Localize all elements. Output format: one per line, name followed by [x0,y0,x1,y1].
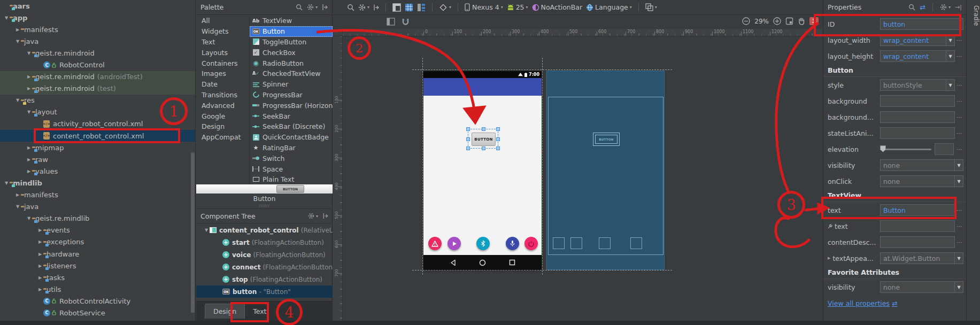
tree-item[interactable]: CRobotService [0,307,195,319]
right-arrow-icon[interactable]: ▶ [37,264,43,268]
ellipsis-button[interactable]: ··· [955,82,963,89]
blueprint-preview[interactable]: BUTTON [546,71,665,270]
tab-text[interactable]: Text [245,304,274,319]
palette-item-radiobutton[interactable]: ◉RadioButton [250,58,333,68]
show-panel-icon[interactable] [387,18,395,26]
tree-item[interactable]: ▼geist.re.mindroid [0,47,195,59]
gear-icon[interactable]: ▾ [358,4,369,11]
palette-item-button[interactable]: OKButton [250,26,333,37]
tree-item[interactable]: </>activity_robot_control.xml [0,118,195,130]
blueprint-button-widget[interactable]: BUTTON [593,133,620,146]
component-tree-item-start[interactable]: +start(FloatingActionButton) [196,236,333,249]
tree-item[interactable]: ▶hardware [0,248,195,260]
ellipsis-button[interactable]: ··· [955,37,963,44]
tree-item[interactable]: ▶mipmap [0,142,195,153]
fab-start-play[interactable] [447,237,461,250]
gear-icon[interactable]: ▾ [307,4,318,11]
right-arrow-icon[interactable]: ▶ [37,287,43,292]
slider-thumb[interactable] [880,145,886,152]
palette-category-containers[interactable]: Containers [196,58,249,68]
ellipsis-button[interactable]: ··· [955,114,963,121]
dropdown-arrow-icon[interactable]: ▼ [946,51,954,61]
view-all-properties-link[interactable]: View all properties⇄ [828,299,898,307]
palette-item-togglebutton[interactable]: ToggleButton [250,37,333,48]
gradle-tab[interactable]: Gradle [967,5,980,26]
tree-item[interactable]: ▶raw [0,153,195,165]
palette-item-seekbar-discrete-[interactable]: SeekBar (Discrete) [250,121,333,132]
component-tree-item-stop[interactable]: +stop(FloatingActionButton) [196,273,333,285]
tree-item[interactable]: ▼geist.re.mindlib [0,213,195,225]
down-arrow-icon[interactable]: ▼ [3,181,10,185]
property-field-text[interactable]: Button [880,204,955,216]
palette-category-layouts[interactable]: Layouts [196,47,249,58]
api-selector[interactable]: 25▾ [507,3,528,11]
pan-hand-icon[interactable] [798,17,805,25]
tree-item[interactable]: ▶values [0,165,195,177]
palette-category-transitions[interactable]: Transitions [196,90,249,100]
palette-item-quickcontactbadge[interactable]: QuickContactBadge [250,132,333,143]
orientation-icon[interactable]: ▾ [439,3,451,12]
right-arrow-icon[interactable]: ▶ [26,145,32,150]
right-arrow-icon[interactable]: ▶ [26,86,32,91]
palette-category-google[interactable]: Google [196,111,249,121]
tab-design[interactable]: Design [205,304,245,319]
tree-item[interactable]: ▶utils [0,283,195,295]
tree-item[interactable]: ▶manifests [0,189,195,201]
tree-item[interactable]: ▶geist.re.mindroid(test) [0,83,195,95]
splitter-grip[interactable]: ////// [196,204,333,208]
property-dropdown-visibility[interactable]: none▼ [880,281,963,293]
component-tree-item-content_robot_control[interactable]: ▼content_robot_control(RelativeLayout) [196,224,333,236]
palette-item-checkedtextview[interactable]: A✓CheckedTextView [250,68,333,79]
fab-voice-mic[interactable] [506,237,519,250]
property-dropdown-onclick[interactable]: none▼ [880,175,963,187]
dropdown-arrow-icon[interactable]: ▼ [946,35,954,45]
theme-selector[interactable]: NoActionBar [532,3,583,11]
tree-item[interactable]: ▶events [0,225,195,236]
tree-item[interactable]: ▼java [0,35,195,47]
tree-item[interactable]: aars [0,0,195,12]
property-field-text[interactable] [880,220,955,232]
fab-connect-bluetooth[interactable] [476,237,490,250]
hide-panel-icon[interactable]: →| [955,4,962,11]
error-count-badge[interactable]: 3 [809,17,819,25]
palette-category-date[interactable]: Date [196,79,249,90]
palette-item-seekbar[interactable]: SeekBar [250,111,333,121]
design-button-widget[interactable]: BUTTON [472,133,496,146]
property-field-id[interactable]: button [880,18,963,30]
palette-item-plain-text[interactable]: Plain Text [250,174,333,184]
tree-item[interactable]: ▶tasks [0,272,195,283]
blueprint-mode-icon[interactable] [405,3,413,12]
property-field-background[interactable] [880,95,955,107]
swap-view-icon[interactable]: ⇄ [920,3,925,11]
palette-category-appcompat[interactable]: AppCompat [196,132,249,143]
palette-item-checkbox[interactable]: ✓CheckBox [250,47,333,58]
tree-item[interactable]: ▼res [0,95,195,106]
component-tree-item-button[interactable]: OKbutton- "Button" [196,285,333,298]
down-arrow-icon[interactable]: ▼ [14,98,21,103]
gear-icon[interactable]: ▾ [308,213,318,219]
ellipsis-button[interactable]: ··· [955,130,963,137]
ellipsis-button[interactable]: ··· [955,207,963,214]
device-selector[interactable]: Nexus 4▾ [465,3,503,11]
down-arrow-icon[interactable]: ▼ [14,204,21,209]
tree-item[interactable]: CRobotControl [0,59,195,71]
palette-item-spinner[interactable]: Spinner [250,79,333,90]
right-arrow-icon[interactable]: ▶ [26,74,32,79]
down-arrow-icon[interactable]: ▼ [14,39,21,44]
tree-item[interactable]: </>content_robot_control.xml [0,130,195,142]
component-tree-item-voice[interactable]: +voice(FloatingActionButton) [196,249,333,261]
nav-recents-icon[interactable] [509,259,515,266]
palette-item-switch[interactable]: Switch [250,153,333,164]
nav-home-icon[interactable] [479,259,486,266]
tree-item[interactable]: ▶geist.re.mindroid(androidTest) [0,71,195,83]
property-dropdown-style[interactable]: buttonStyle▼ [880,79,955,91]
tree-item[interactable]: ▼mindlib [0,177,195,189]
property-dropdown-visibility[interactable]: none▼ [880,159,963,171]
elevation-slider[interactable] [880,149,931,150]
palette-item-progressbar[interactable]: ProgressBar [250,90,333,100]
down-arrow-icon[interactable]: ▼ [26,216,32,221]
palette-item-space[interactable]: Space [250,164,333,174]
palette-category-images[interactable]: Images [196,68,249,79]
ellipsis-button[interactable]: ··· [955,239,963,246]
zoom-in-icon[interactable] [773,17,781,25]
